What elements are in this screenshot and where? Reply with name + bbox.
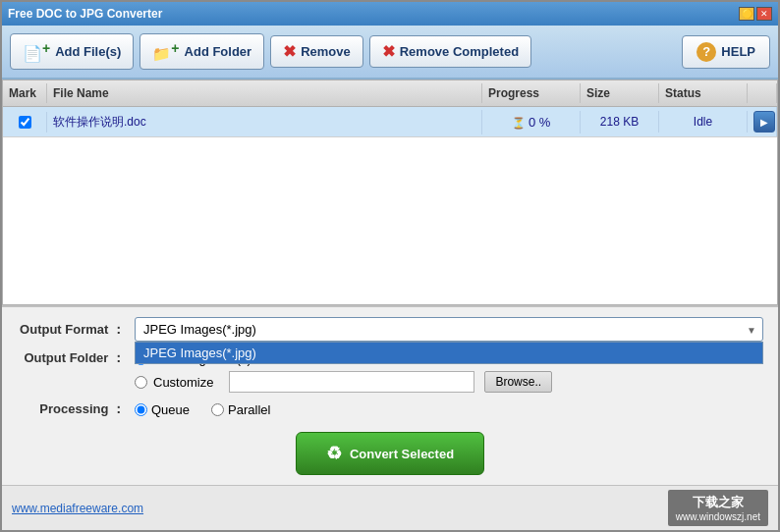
add-folder-label: Add Folder [185, 44, 252, 59]
queue-radio[interactable]: Queue [135, 402, 190, 417]
row-play: ▶ [748, 107, 777, 136]
remove-completed-icon: ✖ [382, 42, 395, 61]
convert-row: ♻ Convert Selected [17, 426, 763, 475]
remove-completed-button[interactable]: ✖ Remove Completed [369, 35, 531, 68]
output-folder-label: Output Folder ： [17, 349, 125, 367]
parallel-input[interactable] [211, 403, 224, 416]
browse-button[interactable]: Browse.. [484, 371, 552, 393]
table-row: 软件操作说明.doc ⏳ 0 % 218 KB Idle ▶ [3, 107, 777, 137]
watermark-text2: www.windowszj.net [676, 511, 760, 522]
row-size: 218 KB [581, 111, 659, 133]
title-bar: Free DOC to JPG Converter 🟡 ✕ [2, 2, 778, 26]
progress-icon: ⏳ [512, 117, 526, 129]
customize-input[interactable] [135, 376, 147, 389]
title-controls: 🟡 ✕ [739, 7, 772, 21]
help-button[interactable]: ? HELP [682, 35, 770, 69]
help-label: HELP [721, 44, 755, 59]
customize-label: Customize [153, 375, 213, 390]
remove-icon: ✖ [283, 42, 296, 61]
file-list-body: 软件操作说明.doc ⏳ 0 % 218 KB Idle ▶ [3, 107, 777, 304]
convert-icon: ♻ [326, 443, 342, 464]
format-select-display[interactable]: JPEG Images(*.jpg) ▼ [135, 317, 763, 342]
processing-label: Processing ： [17, 400, 125, 418]
close-button[interactable]: ✕ [756, 7, 772, 21]
bottom-panel: Output Format ： JPEG Images(*.jpg) ▼ JPE… [2, 305, 778, 485]
output-format-row: Output Format ： JPEG Images(*.jpg) ▼ JPE… [17, 317, 763, 342]
convert-selected-label: Convert Selected [350, 447, 454, 461]
header-filename: File Name [47, 83, 482, 103]
main-window: Free DOC to JPG Converter 🟡 ✕ 📄+ Add Fil… [0, 0, 780, 532]
header-mark: Mark [3, 83, 47, 103]
add-files-button[interactable]: 📄+ Add File(s) [10, 33, 134, 70]
customize-row: Customize Browse.. [135, 371, 763, 393]
window-title: Free DOC to JPG Converter [8, 7, 162, 21]
dropdown-item[interactable]: JPEG Images(*.jpg) [136, 343, 762, 363]
format-dropdown: JPEG Images(*.jpg) [135, 342, 763, 364]
toolbar: 📄+ Add File(s) 📁+ Add Folder ✖ Remove ✖ … [2, 26, 778, 80]
row-status: Idle [659, 111, 748, 133]
convert-selected-button[interactable]: ♻ Convert Selected [296, 432, 484, 475]
add-folder-icon: 📁+ [152, 40, 179, 63]
queue-label: Queue [151, 402, 190, 417]
chevron-down-icon: ▼ [747, 324, 756, 335]
output-format-label: Output Format ： [17, 321, 125, 339]
footer: www.mediafreeware.com 下载之家 www.windowszj… [2, 485, 778, 530]
header-action [748, 83, 777, 103]
remove-completed-label: Remove Completed [400, 44, 519, 59]
help-icon: ? [696, 42, 716, 62]
file-list-area: Mark File Name Progress Size Status 软件操作… [2, 80, 778, 305]
footer-link[interactable]: www.mediafreeware.com [12, 502, 143, 515]
row-progress: ⏳ 0 % [482, 111, 581, 133]
format-selected-value: JPEG Images(*.jpg) [143, 322, 256, 337]
watermark-box: 下载之家 www.windowszj.net [668, 490, 768, 526]
parallel-radio[interactable]: Parallel [211, 402, 270, 417]
format-select-wrapper: JPEG Images(*.jpg) ▼ JPEG Images(*.jpg) [135, 317, 763, 342]
processing-options: Queue Parallel [135, 402, 763, 417]
watermark-text1: 下载之家 [676, 494, 760, 511]
minimize-button[interactable]: 🟡 [739, 7, 754, 21]
file-list-header: Mark File Name Progress Size Status [3, 80, 777, 107]
remove-label: Remove [301, 44, 351, 59]
remove-button[interactable]: ✖ Remove [270, 35, 363, 68]
play-button[interactable]: ▶ [753, 111, 775, 133]
row-checkbox[interactable] [19, 116, 31, 129]
customize-radio[interactable]: Customize [135, 375, 213, 390]
add-files-label: Add File(s) [55, 44, 121, 59]
header-size: Size [581, 83, 659, 103]
queue-input[interactable] [135, 403, 147, 416]
header-status: Status [659, 83, 748, 103]
parallel-label: Parallel [228, 402, 270, 417]
processing-row: Processing ： Queue Parallel [17, 400, 763, 418]
row-filename: 软件操作说明.doc [47, 110, 482, 134]
add-folder-button[interactable]: 📁+ Add Folder [139, 33, 264, 70]
browse-path-input[interactable] [229, 371, 474, 393]
header-progress: Progress [482, 83, 581, 103]
add-files-icon: 📄+ [23, 40, 50, 63]
row-mark [3, 112, 47, 133]
